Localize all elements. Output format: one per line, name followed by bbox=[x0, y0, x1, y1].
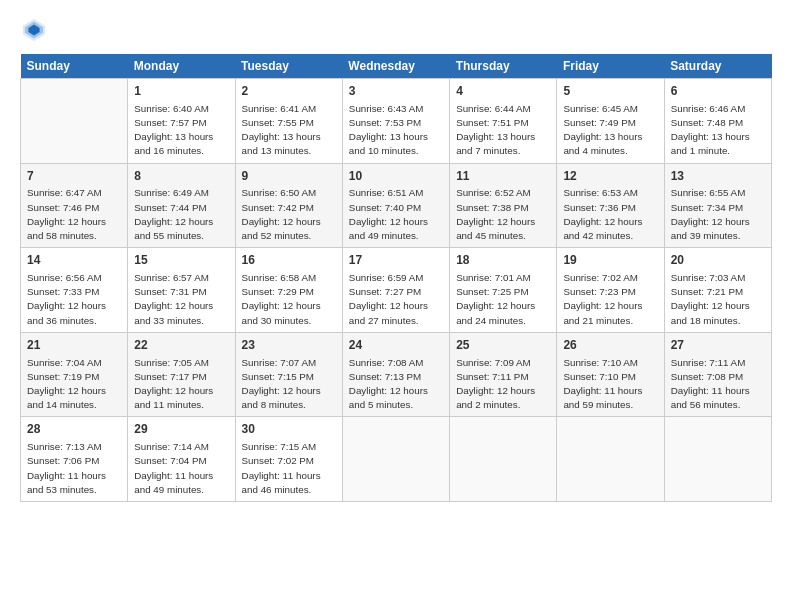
day-number: 9 bbox=[242, 168, 336, 185]
day-cell: 23Sunrise: 7:07 AM Sunset: 7:15 PM Dayli… bbox=[235, 332, 342, 417]
day-cell bbox=[557, 417, 664, 502]
day-cell: 12Sunrise: 6:53 AM Sunset: 7:36 PM Dayli… bbox=[557, 163, 664, 248]
day-number: 1 bbox=[134, 83, 228, 100]
day-cell: 20Sunrise: 7:03 AM Sunset: 7:21 PM Dayli… bbox=[664, 248, 771, 333]
day-info: Sunrise: 7:10 AM Sunset: 7:10 PM Dayligh… bbox=[563, 356, 657, 413]
day-cell: 13Sunrise: 6:55 AM Sunset: 7:34 PM Dayli… bbox=[664, 163, 771, 248]
day-cell: 27Sunrise: 7:11 AM Sunset: 7:08 PM Dayli… bbox=[664, 332, 771, 417]
day-cell: 11Sunrise: 6:52 AM Sunset: 7:38 PM Dayli… bbox=[450, 163, 557, 248]
day-cell: 28Sunrise: 7:13 AM Sunset: 7:06 PM Dayli… bbox=[21, 417, 128, 502]
day-info: Sunrise: 6:58 AM Sunset: 7:29 PM Dayligh… bbox=[242, 271, 336, 328]
logo bbox=[20, 16, 52, 44]
day-info: Sunrise: 7:04 AM Sunset: 7:19 PM Dayligh… bbox=[27, 356, 121, 413]
day-number: 21 bbox=[27, 337, 121, 354]
day-number: 18 bbox=[456, 252, 550, 269]
header-row: SundayMondayTuesdayWednesdayThursdayFrid… bbox=[21, 54, 772, 79]
col-header-saturday: Saturday bbox=[664, 54, 771, 79]
day-number: 22 bbox=[134, 337, 228, 354]
day-info: Sunrise: 6:57 AM Sunset: 7:31 PM Dayligh… bbox=[134, 271, 228, 328]
day-number: 28 bbox=[27, 421, 121, 438]
week-row-1: 1Sunrise: 6:40 AM Sunset: 7:57 PM Daylig… bbox=[21, 79, 772, 164]
day-cell bbox=[21, 79, 128, 164]
day-info: Sunrise: 6:59 AM Sunset: 7:27 PM Dayligh… bbox=[349, 271, 443, 328]
day-number: 29 bbox=[134, 421, 228, 438]
day-number: 11 bbox=[456, 168, 550, 185]
day-number: 27 bbox=[671, 337, 765, 354]
day-number: 25 bbox=[456, 337, 550, 354]
day-cell: 3Sunrise: 6:43 AM Sunset: 7:53 PM Daylig… bbox=[342, 79, 449, 164]
day-info: Sunrise: 6:52 AM Sunset: 7:38 PM Dayligh… bbox=[456, 186, 550, 243]
day-info: Sunrise: 6:45 AM Sunset: 7:49 PM Dayligh… bbox=[563, 102, 657, 159]
day-number: 2 bbox=[242, 83, 336, 100]
day-cell: 2Sunrise: 6:41 AM Sunset: 7:55 PM Daylig… bbox=[235, 79, 342, 164]
week-row-3: 14Sunrise: 6:56 AM Sunset: 7:33 PM Dayli… bbox=[21, 248, 772, 333]
day-cell: 6Sunrise: 6:46 AM Sunset: 7:48 PM Daylig… bbox=[664, 79, 771, 164]
day-number: 12 bbox=[563, 168, 657, 185]
week-row-2: 7Sunrise: 6:47 AM Sunset: 7:46 PM Daylig… bbox=[21, 163, 772, 248]
header bbox=[20, 16, 772, 44]
day-cell bbox=[664, 417, 771, 502]
day-info: Sunrise: 6:43 AM Sunset: 7:53 PM Dayligh… bbox=[349, 102, 443, 159]
day-number: 3 bbox=[349, 83, 443, 100]
day-number: 7 bbox=[27, 168, 121, 185]
day-info: Sunrise: 6:49 AM Sunset: 7:44 PM Dayligh… bbox=[134, 186, 228, 243]
day-cell: 24Sunrise: 7:08 AM Sunset: 7:13 PM Dayli… bbox=[342, 332, 449, 417]
day-cell: 10Sunrise: 6:51 AM Sunset: 7:40 PM Dayli… bbox=[342, 163, 449, 248]
day-cell: 16Sunrise: 6:58 AM Sunset: 7:29 PM Dayli… bbox=[235, 248, 342, 333]
day-number: 10 bbox=[349, 168, 443, 185]
day-number: 20 bbox=[671, 252, 765, 269]
day-cell bbox=[342, 417, 449, 502]
day-info: Sunrise: 7:08 AM Sunset: 7:13 PM Dayligh… bbox=[349, 356, 443, 413]
day-info: Sunrise: 6:51 AM Sunset: 7:40 PM Dayligh… bbox=[349, 186, 443, 243]
day-info: Sunrise: 6:46 AM Sunset: 7:48 PM Dayligh… bbox=[671, 102, 765, 159]
day-cell bbox=[450, 417, 557, 502]
col-header-tuesday: Tuesday bbox=[235, 54, 342, 79]
day-cell: 25Sunrise: 7:09 AM Sunset: 7:11 PM Dayli… bbox=[450, 332, 557, 417]
day-cell: 21Sunrise: 7:04 AM Sunset: 7:19 PM Dayli… bbox=[21, 332, 128, 417]
col-header-wednesday: Wednesday bbox=[342, 54, 449, 79]
day-number: 16 bbox=[242, 252, 336, 269]
day-info: Sunrise: 7:03 AM Sunset: 7:21 PM Dayligh… bbox=[671, 271, 765, 328]
day-cell: 5Sunrise: 6:45 AM Sunset: 7:49 PM Daylig… bbox=[557, 79, 664, 164]
day-number: 13 bbox=[671, 168, 765, 185]
day-info: Sunrise: 6:53 AM Sunset: 7:36 PM Dayligh… bbox=[563, 186, 657, 243]
day-info: Sunrise: 6:56 AM Sunset: 7:33 PM Dayligh… bbox=[27, 271, 121, 328]
day-info: Sunrise: 6:50 AM Sunset: 7:42 PM Dayligh… bbox=[242, 186, 336, 243]
day-info: Sunrise: 6:40 AM Sunset: 7:57 PM Dayligh… bbox=[134, 102, 228, 159]
day-number: 15 bbox=[134, 252, 228, 269]
col-header-thursday: Thursday bbox=[450, 54, 557, 79]
day-cell: 18Sunrise: 7:01 AM Sunset: 7:25 PM Dayli… bbox=[450, 248, 557, 333]
day-info: Sunrise: 7:13 AM Sunset: 7:06 PM Dayligh… bbox=[27, 440, 121, 497]
day-cell: 26Sunrise: 7:10 AM Sunset: 7:10 PM Dayli… bbox=[557, 332, 664, 417]
day-info: Sunrise: 7:11 AM Sunset: 7:08 PM Dayligh… bbox=[671, 356, 765, 413]
day-cell: 8Sunrise: 6:49 AM Sunset: 7:44 PM Daylig… bbox=[128, 163, 235, 248]
day-number: 26 bbox=[563, 337, 657, 354]
day-number: 30 bbox=[242, 421, 336, 438]
day-info: Sunrise: 7:09 AM Sunset: 7:11 PM Dayligh… bbox=[456, 356, 550, 413]
day-cell: 19Sunrise: 7:02 AM Sunset: 7:23 PM Dayli… bbox=[557, 248, 664, 333]
day-number: 14 bbox=[27, 252, 121, 269]
day-cell: 4Sunrise: 6:44 AM Sunset: 7:51 PM Daylig… bbox=[450, 79, 557, 164]
day-info: Sunrise: 6:55 AM Sunset: 7:34 PM Dayligh… bbox=[671, 186, 765, 243]
logo-icon bbox=[20, 16, 48, 44]
day-cell: 14Sunrise: 6:56 AM Sunset: 7:33 PM Dayli… bbox=[21, 248, 128, 333]
day-info: Sunrise: 6:44 AM Sunset: 7:51 PM Dayligh… bbox=[456, 102, 550, 159]
week-row-4: 21Sunrise: 7:04 AM Sunset: 7:19 PM Dayli… bbox=[21, 332, 772, 417]
day-info: Sunrise: 7:02 AM Sunset: 7:23 PM Dayligh… bbox=[563, 271, 657, 328]
day-info: Sunrise: 6:41 AM Sunset: 7:55 PM Dayligh… bbox=[242, 102, 336, 159]
day-cell: 17Sunrise: 6:59 AM Sunset: 7:27 PM Dayli… bbox=[342, 248, 449, 333]
calendar-table: SundayMondayTuesdayWednesdayThursdayFrid… bbox=[20, 54, 772, 502]
day-cell: 29Sunrise: 7:14 AM Sunset: 7:04 PM Dayli… bbox=[128, 417, 235, 502]
day-number: 23 bbox=[242, 337, 336, 354]
day-cell: 1Sunrise: 6:40 AM Sunset: 7:57 PM Daylig… bbox=[128, 79, 235, 164]
day-number: 6 bbox=[671, 83, 765, 100]
day-info: Sunrise: 7:14 AM Sunset: 7:04 PM Dayligh… bbox=[134, 440, 228, 497]
day-info: Sunrise: 7:15 AM Sunset: 7:02 PM Dayligh… bbox=[242, 440, 336, 497]
day-number: 17 bbox=[349, 252, 443, 269]
day-cell: 7Sunrise: 6:47 AM Sunset: 7:46 PM Daylig… bbox=[21, 163, 128, 248]
col-header-sunday: Sunday bbox=[21, 54, 128, 79]
week-row-5: 28Sunrise: 7:13 AM Sunset: 7:06 PM Dayli… bbox=[21, 417, 772, 502]
day-info: Sunrise: 7:01 AM Sunset: 7:25 PM Dayligh… bbox=[456, 271, 550, 328]
day-info: Sunrise: 6:47 AM Sunset: 7:46 PM Dayligh… bbox=[27, 186, 121, 243]
day-cell: 30Sunrise: 7:15 AM Sunset: 7:02 PM Dayli… bbox=[235, 417, 342, 502]
